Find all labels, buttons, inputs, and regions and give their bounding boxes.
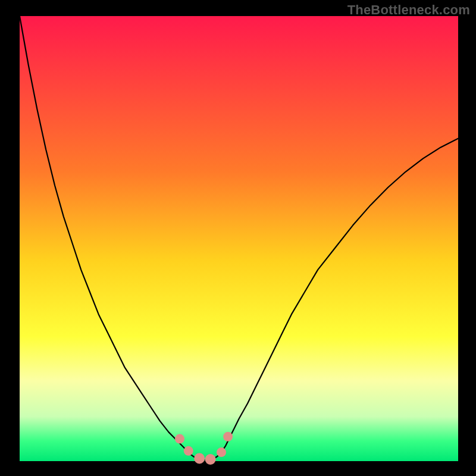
- svg-rect-0: [20, 16, 458, 461]
- curve-marker: [205, 454, 216, 465]
- curve-marker: [217, 447, 226, 457]
- chart-canvas: [0, 0, 476, 476]
- curve-marker: [194, 453, 205, 464]
- curve-marker: [175, 434, 184, 444]
- outer-frame: TheBottleneck.com: [0, 0, 476, 476]
- curve-marker: [184, 446, 193, 456]
- curve-marker: [223, 432, 233, 441]
- watermark-text: TheBottleneck.com: [347, 2, 470, 18]
